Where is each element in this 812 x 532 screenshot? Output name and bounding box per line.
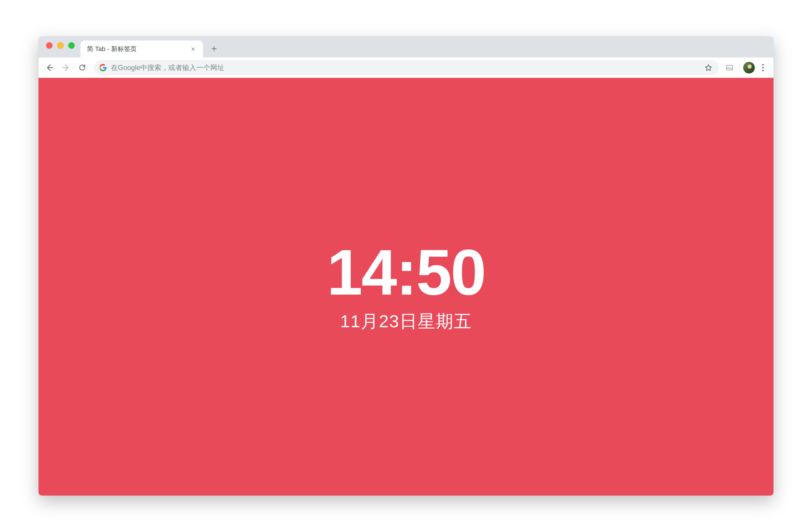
extension-button[interactable] [723,61,736,74]
window-controls [44,37,79,57]
reload-button[interactable] [75,60,90,75]
kebab-menu-icon [762,63,764,72]
window-close-button[interactable] [46,42,53,49]
back-button[interactable] [42,60,57,75]
new-tab-button[interactable] [207,42,221,56]
arrow-left-icon [45,63,54,72]
star-icon [705,63,712,72]
toolbar-divider [739,63,740,73]
clock-display: 14:50 [327,240,485,304]
window-minimize-button[interactable] [57,42,63,49]
svg-rect-0 [727,65,733,70]
forward-button[interactable] [58,60,73,75]
google-g-icon [99,64,107,71]
omnibox[interactable] [94,60,719,75]
browser-menu-button[interactable] [756,61,770,75]
date-display: 11月23日星期五 [340,310,472,333]
tab-title: 简 Tab - 新标签页 [87,45,190,53]
svg-point-3 [762,70,764,71]
browser-tab-active[interactable]: 简 Tab - 新标签页 [81,41,203,57]
plus-icon [211,45,217,52]
svg-point-2 [762,67,764,68]
close-icon [191,47,195,51]
image-icon [725,63,734,72]
window-zoom-button[interactable] [68,42,75,49]
tab-close-button[interactable] [190,45,197,53]
screen: 简 Tab - 新标签页 [0,0,812,532]
svg-point-1 [762,64,764,65]
toolbar [39,57,773,78]
reload-icon [78,63,87,72]
browser-window: 简 Tab - 新标签页 [39,37,773,495]
profile-avatar[interactable] [743,62,755,73]
tab-strip: 简 Tab - 新标签页 [39,37,773,57]
page-viewport: 14:50 11月23日星期五 [39,78,773,495]
bookmark-button[interactable] [703,62,714,73]
address-search-input[interactable] [111,63,699,72]
arrow-right-icon [61,63,70,72]
